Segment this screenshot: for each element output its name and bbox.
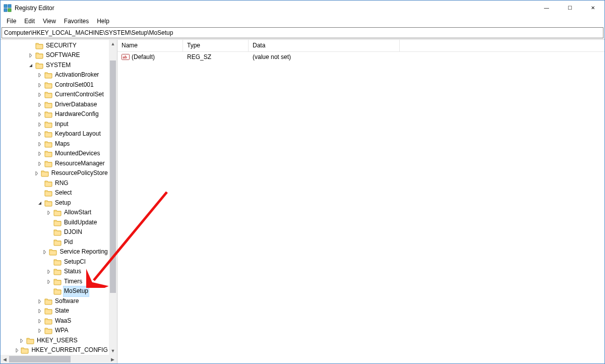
tree-pane: SECURITYSOFTWARESYSTEMActivationBrokerCo… bbox=[1, 40, 117, 363]
registry-tree[interactable]: SECURITYSOFTWARESYSTEMActivationBrokerCo… bbox=[1, 40, 109, 355]
tree-item[interactable]: Software bbox=[1, 296, 109, 307]
tree-item[interactable]: ResourcePolicyStore bbox=[1, 168, 109, 178]
tree-item-label: SECURITY bbox=[45, 41, 78, 51]
tree-item[interactable]: DriverDatabase bbox=[1, 100, 109, 110]
menu-file[interactable]: File bbox=[3, 17, 20, 26]
menu-edit[interactable]: Edit bbox=[20, 17, 39, 26]
tree-item-label: RNG bbox=[54, 178, 70, 189]
svg-rect-3 bbox=[8, 9, 11, 12]
tree-item[interactable]: Status bbox=[1, 267, 109, 277]
tree-item[interactable]: HardwareConfig bbox=[1, 109, 109, 119]
chevron-right-icon[interactable] bbox=[37, 319, 43, 324]
chevron-right-icon[interactable] bbox=[46, 269, 52, 274]
tree-item-label: MoSetup bbox=[63, 286, 89, 297]
folder-icon bbox=[44, 317, 52, 325]
folder-icon bbox=[44, 110, 52, 118]
tree-item[interactable]: HKEY_USERS bbox=[1, 336, 109, 346]
tree-item[interactable]: BuildUpdate bbox=[1, 218, 109, 228]
chevron-right-icon[interactable] bbox=[37, 102, 43, 107]
value-name: (Default) bbox=[132, 53, 155, 60]
chevron-right-icon[interactable] bbox=[15, 348, 20, 353]
tree-item-label: Pid bbox=[63, 237, 74, 248]
chevron-right-icon[interactable] bbox=[46, 210, 52, 215]
folder-icon bbox=[44, 160, 52, 168]
tree-item[interactable]: State bbox=[1, 306, 109, 316]
svg-rect-1 bbox=[8, 5, 11, 8]
folder-icon bbox=[53, 268, 62, 276]
tree-item[interactable]: WaaS bbox=[1, 316, 109, 326]
tree-item-label: HKEY_CURRENT_CONFIG bbox=[30, 345, 108, 355]
menu-favorites[interactable]: Favorites bbox=[60, 17, 93, 26]
tree-item[interactable]: ControlSet001 bbox=[1, 80, 109, 90]
tree-item[interactable]: SECURITY bbox=[1, 41, 109, 51]
tree-item[interactable]: Timers bbox=[1, 277, 109, 287]
scroll-right-arrow-icon[interactable]: ▶ bbox=[108, 355, 117, 363]
scroll-left-arrow-icon[interactable]: ◀ bbox=[1, 355, 9, 363]
column-header-name[interactable]: Name bbox=[117, 40, 183, 51]
tree-item[interactable]: RNG bbox=[1, 178, 109, 189]
tree-item[interactable]: DJOIN bbox=[1, 227, 109, 237]
tree-item[interactable]: Keyboard Layout bbox=[1, 129, 109, 139]
tree-item[interactable]: Setup bbox=[1, 198, 109, 208]
chevron-down-icon[interactable] bbox=[37, 201, 43, 206]
tree-item[interactable]: HKEY_CURRENT_CONFIG bbox=[1, 345, 109, 355]
chevron-right-icon[interactable] bbox=[37, 83, 43, 88]
close-button[interactable]: ✕ bbox=[581, 1, 604, 16]
chevron-right-icon[interactable] bbox=[19, 338, 25, 343]
chevron-right-icon[interactable] bbox=[37, 309, 43, 314]
tree-item[interactable]: ResourceManager bbox=[1, 159, 109, 169]
folder-icon bbox=[21, 346, 29, 354]
scroll-down-arrow-icon[interactable]: ▼ bbox=[109, 346, 117, 355]
tree-item[interactable]: Service Reporting bbox=[1, 247, 109, 257]
tree-item[interactable]: MountedDevices bbox=[1, 149, 109, 159]
chevron-right-icon[interactable] bbox=[37, 151, 43, 156]
chevron-down-icon[interactable] bbox=[28, 63, 34, 68]
address-bar[interactable]: Computer\HKEY_LOCAL_MACHINE\SYSTEM\Setup… bbox=[2, 27, 603, 38]
tree-horizontal-scrollbar[interactable]: ◀ ▶ bbox=[1, 355, 117, 363]
chevron-right-icon[interactable] bbox=[37, 92, 43, 97]
chevron-right-icon[interactable] bbox=[42, 250, 48, 255]
scroll-thumb[interactable] bbox=[110, 60, 116, 293]
maximize-button[interactable]: ☐ bbox=[558, 1, 581, 16]
tree-item[interactable]: ActivationBroker bbox=[1, 70, 109, 80]
chevron-right-icon[interactable] bbox=[28, 53, 34, 58]
tree-item[interactable]: Maps bbox=[1, 139, 109, 149]
chevron-right-icon[interactable] bbox=[37, 328, 43, 333]
tree-item[interactable]: SOFTWARE bbox=[1, 50, 109, 60]
column-header-type[interactable]: Type bbox=[183, 40, 249, 51]
tree-item[interactable]: MoSetup bbox=[1, 286, 109, 296]
tree-vertical-scrollbar[interactable]: ▲ ▼ bbox=[109, 40, 117, 355]
folder-icon bbox=[35, 42, 43, 50]
folder-icon bbox=[53, 219, 62, 227]
tree-item[interactable]: CurrentControlSet bbox=[1, 90, 109, 100]
tree-item[interactable]: SYSTEM bbox=[1, 60, 109, 71]
chevron-right-icon[interactable] bbox=[37, 73, 43, 78]
tree-item[interactable]: SetupCl bbox=[1, 257, 109, 267]
folder-icon bbox=[44, 81, 52, 89]
chevron-right-icon[interactable] bbox=[37, 112, 43, 117]
value-row[interactable]: ab(Default)REG_SZ(value not set) bbox=[117, 52, 604, 62]
folder-icon bbox=[49, 248, 57, 256]
registry-editor-window: Registry Editor — ☐ ✕ File Edit View Fav… bbox=[0, 0, 605, 364]
tree-item[interactable]: Input bbox=[1, 119, 109, 130]
chevron-right-icon[interactable] bbox=[37, 161, 43, 166]
folder-icon bbox=[44, 307, 52, 315]
chevron-right-icon[interactable] bbox=[37, 132, 43, 137]
chevron-right-icon[interactable] bbox=[37, 142, 43, 147]
tree-item[interactable]: AllowStart bbox=[1, 208, 109, 218]
tree-item[interactable]: Select bbox=[1, 188, 109, 198]
scroll-up-arrow-icon[interactable]: ▲ bbox=[109, 40, 117, 48]
column-header-data[interactable]: Data bbox=[249, 40, 400, 51]
chevron-right-icon[interactable] bbox=[37, 122, 43, 127]
chevron-right-icon[interactable] bbox=[37, 299, 43, 304]
chevron-right-icon[interactable] bbox=[34, 171, 40, 176]
minimize-button[interactable]: — bbox=[535, 1, 558, 16]
menu-help[interactable]: Help bbox=[93, 17, 113, 26]
tree-item-label: State bbox=[54, 306, 70, 316]
tree-item[interactable]: Pid bbox=[1, 237, 109, 248]
folder-icon bbox=[35, 62, 43, 70]
menu-view[interactable]: View bbox=[39, 17, 60, 26]
hscroll-thumb[interactable] bbox=[9, 356, 71, 362]
tree-item[interactable]: WPA bbox=[1, 326, 109, 336]
chevron-right-icon[interactable] bbox=[46, 279, 52, 284]
